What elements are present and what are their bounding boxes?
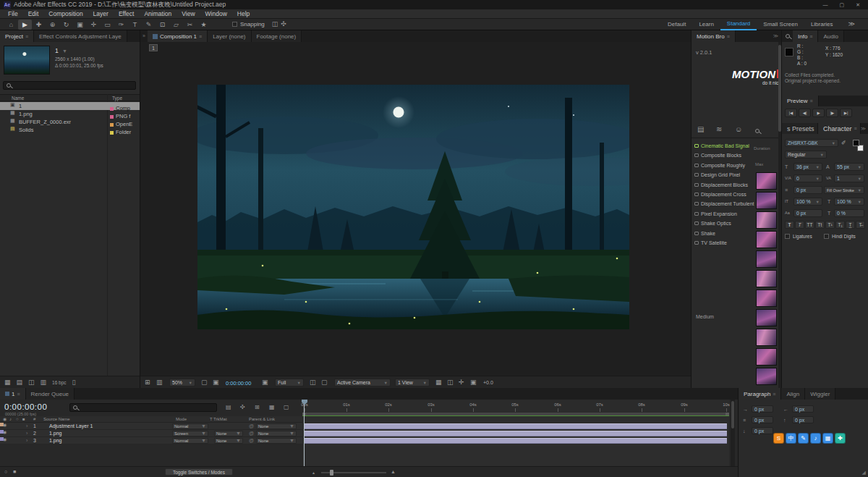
tab-audio[interactable]: Audio xyxy=(818,30,843,42)
mode-column-header[interactable]: Mode xyxy=(176,416,187,423)
selection-tool-icon[interactable]: ▶ xyxy=(18,20,32,30)
first-line-indent-field[interactable]: 0 px xyxy=(752,416,773,423)
pixel-aspect-icon[interactable]: ▦ xyxy=(435,379,442,386)
font-size-dropdown[interactable]: 36 px ▼ xyxy=(793,163,822,171)
panel-menu-icon[interactable]: ≡ xyxy=(25,34,28,39)
menu-animation[interactable]: Animation xyxy=(139,10,176,17)
timeline-button-icon[interactable]: ✛ xyxy=(459,379,464,386)
camera-tool-icon[interactable]: ▣ xyxy=(73,20,87,30)
space-after-field[interactable]: 0 px xyxy=(752,427,773,434)
timeline-search-input[interactable] xyxy=(69,403,217,412)
flowchart-icon[interactable]: ▣ xyxy=(470,379,477,386)
shape-tool-icon[interactable]: ▭ xyxy=(101,20,114,30)
layer-color-chip[interactable] xyxy=(0,437,4,441)
tab-render-queue[interactable]: Render Queue xyxy=(26,388,75,400)
timeline-tab-comp-1[interactable]: 1 ≡ xyxy=(0,388,26,400)
small-caps-button[interactable]: Tt xyxy=(815,221,825,229)
play-button[interactable]: ▶ xyxy=(812,109,825,117)
mask-visibility-icon[interactable]: ▢ xyxy=(201,379,208,386)
tsume-field[interactable]: 0 % xyxy=(834,209,864,217)
menu-file[interactable]: File xyxy=(3,10,23,17)
tab-footage[interactable]: Footage (none) xyxy=(252,30,302,42)
tab-motion-bro[interactable]: Motion Bro ≡ xyxy=(692,30,736,42)
comp-current-time[interactable]: 0:00:00:00 xyxy=(226,380,251,387)
workspace-overflow-icon[interactable]: ≫ xyxy=(840,21,864,28)
preset-item[interactable]: Design Grid Pixel xyxy=(694,172,755,178)
font-style-dropdown[interactable]: Regular ▼ xyxy=(785,151,827,159)
superscript-button[interactable]: T¹ xyxy=(825,221,835,229)
menu-window[interactable]: Window xyxy=(200,10,232,17)
ime-keyboard-icon[interactable]: ▦ xyxy=(822,433,833,444)
trkmat-column-header[interactable]: T TrkMat xyxy=(210,416,227,423)
motion-bro-scrollbar[interactable] xyxy=(778,42,781,388)
preset-item[interactable]: Shake xyxy=(694,231,755,237)
tab-wiggler[interactable]: Wiggler xyxy=(805,388,835,400)
close-button[interactable]: ✕ xyxy=(856,2,860,8)
snapping-checkbox[interactable] xyxy=(232,22,237,27)
project-search-input[interactable] xyxy=(3,81,136,90)
zoom-tool-icon[interactable]: ⊕ xyxy=(46,20,59,30)
preset-item-selected[interactable]: Cinematic Bad Signal xyxy=(694,143,755,149)
source-name-column-header[interactable]: Source Name xyxy=(43,416,70,423)
panel-menu-icon[interactable]: ≡ xyxy=(773,392,775,397)
tab-align[interactable]: Align xyxy=(781,388,805,400)
column-type[interactable]: Type xyxy=(112,95,122,101)
playhead-line[interactable] xyxy=(304,404,305,466)
snap-option2-icon[interactable]: ✣ xyxy=(281,21,286,28)
preset-thumbnail[interactable] xyxy=(756,192,777,209)
parent-link-column-header[interactable]: Parent & Link xyxy=(249,416,275,423)
layer-duration-bar[interactable] xyxy=(304,431,727,436)
ligatures-checkbox[interactable] xyxy=(785,234,790,239)
new-folder-icon[interactable]: ▤ xyxy=(17,379,23,386)
eyedropper-icon[interactable]: ✐ xyxy=(841,140,846,146)
panel-overflow-icon[interactable]: ≫ xyxy=(773,30,781,42)
home-tool-icon[interactable]: ⌂ xyxy=(4,20,18,30)
preset-thumbnail[interactable] xyxy=(756,290,777,307)
workspace-standard[interactable]: Standard xyxy=(720,18,757,30)
tracking-dropdown[interactable]: 1 ▼ xyxy=(834,174,864,182)
preset-search-icon[interactable] xyxy=(755,129,760,133)
layer-color-chip[interactable] xyxy=(0,423,4,426)
expand-layers-icon[interactable]: ○ xyxy=(4,469,7,474)
tab-layer[interactable]: Layer (none) xyxy=(208,30,251,42)
tab-effect-controls[interactable]: Effect Controls Adjustment Laye xyxy=(34,30,127,42)
stroke-width-field[interactable]: 0 px xyxy=(793,186,822,194)
ime-handwriting-icon[interactable]: ✎ xyxy=(798,433,809,444)
always-preview-icon[interactable]: ⊞ xyxy=(145,379,150,386)
panel-menu-icon[interactable]: ≡ xyxy=(854,126,857,131)
scrollbar-thumb[interactable] xyxy=(778,45,781,132)
zoom-in-mountain-icon[interactable]: ▲ xyxy=(391,469,396,474)
parent-dropdown[interactable]: None ▼ xyxy=(256,423,297,429)
timeline-current-time[interactable]: 0:00:00:00 xyxy=(4,402,47,411)
layer-row[interactable]: ◉ › 1 Adjustment Layer 1 Normal ▼ @ None… xyxy=(0,423,302,430)
previous-frame-button[interactable]: ◀| xyxy=(799,109,811,117)
layer-row[interactable]: ◉ › 2 1.png Screen ▼ None ▼ @ None ▼ xyxy=(0,430,302,437)
brush-tool-icon[interactable]: ✎ xyxy=(142,20,156,30)
preset-thumbnail[interactable] xyxy=(756,329,777,346)
project-item-row[interactable]: ▤ Solids Folder xyxy=(0,126,140,134)
all-caps-button[interactable]: TT xyxy=(805,221,814,229)
pickwhip-icon[interactable]: @ xyxy=(249,423,254,430)
preset-item[interactable]: Displacement Turbulent xyxy=(694,201,755,207)
fast-previews-icon[interactable]: ◫ xyxy=(447,379,454,386)
workspace-libraries[interactable]: Libraries xyxy=(804,19,840,30)
medium-category-label[interactable]: Medium xyxy=(696,314,714,319)
preset-thumbnail[interactable] xyxy=(756,211,777,229)
resize-grip-icon[interactable]: ◢ xyxy=(862,470,866,476)
pan-behind-tool-icon[interactable]: ✛ xyxy=(87,20,101,30)
trkmat-dropdown[interactable]: None ▼ xyxy=(214,438,243,444)
maximize-button[interactable]: ▢ xyxy=(840,2,845,8)
new-composition-icon[interactable]: ◫ xyxy=(28,379,35,386)
puppet-pin-tool-icon[interactable]: ★ xyxy=(197,20,210,30)
adjust-icon[interactable]: ▥ xyxy=(41,379,47,386)
preset-thumbnail[interactable] xyxy=(756,172,777,190)
panel-menu-icon[interactable]: ≡ xyxy=(809,98,812,104)
layer-duration-bar[interactable] xyxy=(304,438,727,444)
frame-blending-icon[interactable]: ▦ xyxy=(269,405,275,410)
minimize-button[interactable]: — xyxy=(823,2,828,8)
indent-right-field[interactable]: 0 px xyxy=(792,405,814,413)
menu-help[interactable]: Help xyxy=(232,10,255,17)
number-column-header[interactable]: # xyxy=(33,416,35,423)
project-bit-depth[interactable]: 16 bpc xyxy=(52,380,67,385)
twirl-icon[interactable]: › xyxy=(26,437,27,444)
